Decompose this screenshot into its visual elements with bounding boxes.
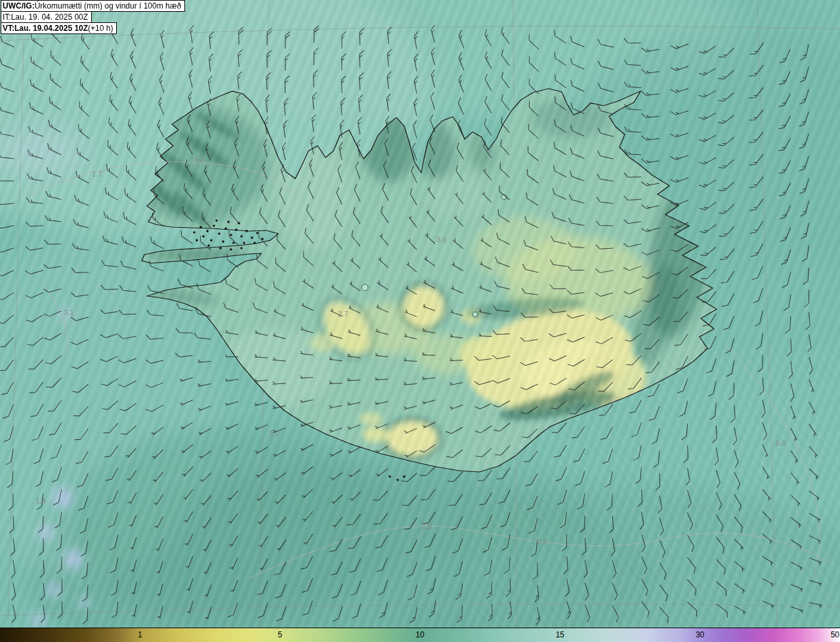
valid-offset: (+10 h) [88, 24, 113, 33]
init-time: Lau. 19. 04. 2025 00Z [11, 12, 88, 22]
map-graphics [0, 0, 840, 628]
colorbar-tick-label: 50 [831, 630, 839, 639]
init-time-line: IT: Lau. 19. 04. 2025 00Z [1, 11, 92, 23]
map-canvas: 1.75.03.02.73.13.21.42.86.96.0 UWC/IG: Ú… [0, 0, 840, 628]
title-line: UWC/IG: Úrkomumætti (mm) og vindur í 100… [1, 0, 185, 12]
map-title: Úrkomumætti (mm) og vindur í 100m hæð [35, 1, 181, 11]
colorbar-tick-label: 30 [696, 630, 704, 639]
colorbar-tick-label: 15 [556, 630, 564, 639]
valid-time: Lau. 19.04.2025 10Z [14, 24, 88, 33]
valid-label: VT: [3, 24, 14, 33]
colorbar: 1510153050 [0, 628, 840, 642]
map-title-box: UWC/IG: Úrkomumætti (mm) og vindur í 100… [1, 1, 185, 34]
colorbar-tick-label: 5 [278, 630, 282, 639]
colorbar-tick-label: 1 [138, 630, 142, 639]
init-label: IT: [3, 12, 11, 22]
valid-time-line: VT: Lau. 19.04.2025 10Z (+10 h) [1, 22, 117, 34]
colorbar-tick-label: 10 [415, 630, 424, 639]
colorbar-tick-layer: 1510153050 [0, 628, 840, 642]
model-label: UWC/IG: [3, 1, 35, 11]
weather-chart-page: 1.75.03.02.73.13.21.42.86.96.0 UWC/IG: Ú… [0, 0, 840, 642]
